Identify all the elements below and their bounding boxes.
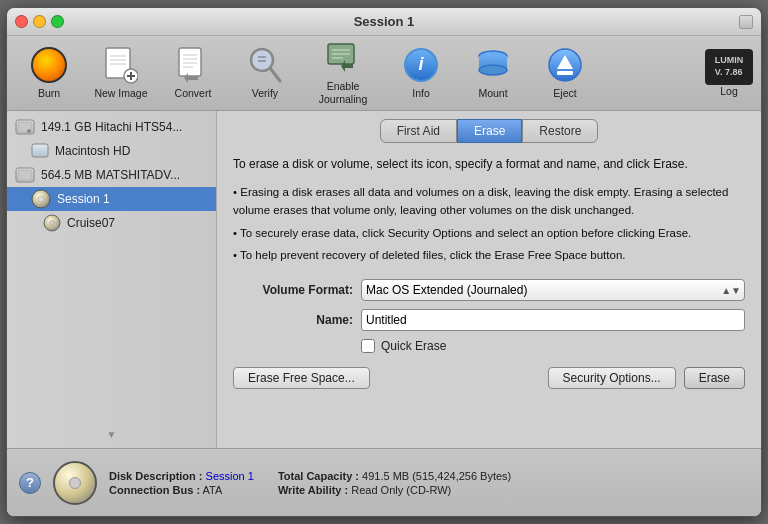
right-panel: First Aid Erase Restore To erase a disk … — [217, 111, 761, 448]
hard-disk-icon — [15, 119, 35, 135]
enable-journaling-label: Enable Journaling — [303, 80, 383, 105]
sidebar-item-session1[interactable]: Session 1 — [7, 187, 216, 211]
svg-point-23 — [479, 65, 507, 75]
disk-description-row: Disk Description : Session 1 — [109, 470, 254, 482]
eject-toolbar-item[interactable]: Eject — [531, 41, 599, 105]
erase-button-row: Erase Free Space... Security Options... … — [233, 367, 745, 389]
maximize-button[interactable] — [51, 15, 64, 28]
svg-point-34 — [38, 196, 44, 202]
security-options-button[interactable]: Security Options... — [548, 367, 676, 389]
info-icon: i — [403, 47, 439, 83]
close-button[interactable] — [15, 15, 28, 28]
sidebar-disk2-label: 564.5 MB MATSHITADV... — [41, 168, 180, 182]
svg-rect-26 — [557, 71, 573, 75]
enable-journaling-icon — [325, 40, 361, 76]
quick-erase-checkbox[interactable] — [361, 339, 375, 353]
erase-form: Volume Format: Mac OS Extended (Journale… — [233, 279, 745, 353]
name-label: Name: — [233, 313, 353, 327]
bottom-bar: ? Disk Description : Session 1 Connectio… — [7, 448, 761, 516]
resize-button[interactable] — [739, 15, 753, 29]
volume-format-wrapper: Mac OS Extended (Journaled) Mac OS Exten… — [361, 279, 745, 301]
volume-icon — [31, 143, 49, 159]
tab-first-aid[interactable]: First Aid — [380, 119, 457, 143]
minimize-button[interactable] — [33, 15, 46, 28]
title-bar: Session 1 — [7, 8, 761, 36]
toolbar: Burn New Image — [7, 36, 761, 111]
name-input[interactable] — [361, 309, 745, 331]
tab-bar: First Aid Erase Restore — [217, 111, 761, 143]
bottom-info: Disk Description : Session 1 Connection … — [109, 470, 749, 496]
new-image-toolbar-item[interactable]: New Image — [87, 41, 155, 105]
svg-point-29 — [27, 129, 31, 133]
svg-point-36 — [50, 221, 55, 226]
disk-description-value: Session 1 — [206, 470, 254, 482]
burn-toolbar-item[interactable]: Burn — [15, 41, 83, 105]
convert-toolbar-item[interactable]: Convert — [159, 41, 227, 105]
total-capacity-label: Total Capacity : — [278, 470, 359, 482]
info-toolbar-item[interactable]: i Info — [387, 41, 455, 105]
cd-session1-icon — [31, 189, 51, 209]
volume-format-row: Volume Format: Mac OS Extended (Journale… — [233, 279, 745, 301]
log-badge-box: LUMINV. 7.86 — [705, 49, 753, 85]
volume-format-label: Volume Format: — [233, 283, 353, 297]
sidebar-macintosh-hd-label: Macintosh HD — [55, 144, 130, 158]
convert-icon — [175, 47, 211, 83]
name-row: Name: — [233, 309, 745, 331]
new-image-label: New Image — [94, 87, 147, 100]
info-label: Info — [412, 87, 430, 100]
sidebar-cruise07-label: Cruise07 — [67, 216, 115, 230]
mount-toolbar-item[interactable]: Mount — [459, 41, 527, 105]
sidebar-item-macintosh-hd[interactable]: Macintosh HD — [7, 139, 216, 163]
hard-disk2-icon — [15, 167, 35, 183]
write-ability-row: Write Ability : Read Only (CD-RW) — [278, 484, 511, 496]
disk-description-label: Disk Description : — [109, 470, 203, 482]
sidebar-item-disk1[interactable]: 149.1 GB Hitachi HTS54... — [7, 115, 216, 139]
sidebar: 149.1 GB Hitachi HTS54... Macintosh HD — [7, 111, 217, 448]
svg-line-13 — [270, 68, 280, 81]
sidebar-disk1-label: 149.1 GB Hitachi HTS54... — [41, 120, 182, 134]
connection-bus-label: Connection Bus : — [109, 484, 200, 496]
total-capacity-row: Total Capacity : 491.5 MB (515,424,256 B… — [278, 470, 511, 482]
bottom-col-left: Disk Description : Session 1 Connection … — [109, 470, 254, 496]
quick-erase-row: Quick Erase — [361, 339, 745, 353]
log-label: Log — [720, 85, 738, 98]
volume-format-select[interactable]: Mac OS Extended (Journaled) Mac OS Exten… — [361, 279, 745, 301]
eject-label: Eject — [553, 87, 576, 100]
svg-rect-30 — [32, 144, 48, 157]
main-content: 149.1 GB Hitachi HTS54... Macintosh HD — [7, 111, 761, 448]
write-ability-value: Read Only (CD-RW) — [351, 484, 451, 496]
log-area[interactable]: LUMINV. 7.86 Log — [705, 49, 753, 98]
erase-intro-text: To erase a disk or volume, select its ic… — [233, 155, 745, 173]
verify-icon — [247, 47, 283, 83]
enable-journaling-toolbar-item[interactable]: Enable Journaling — [303, 41, 383, 105]
sidebar-item-cruise07[interactable]: Cruise07 — [7, 211, 216, 235]
verify-label: Verify — [252, 87, 278, 100]
log-time: LUMINV. 7.86 — [715, 55, 744, 78]
erase-bullet-3: • To help prevent recovery of deleted fi… — [233, 246, 745, 264]
tab-erase[interactable]: Erase — [457, 119, 522, 143]
tab-restore[interactable]: Restore — [522, 119, 598, 143]
total-capacity-value: 491.5 MB (515,424,256 Bytes) — [362, 470, 511, 482]
svg-rect-7 — [179, 48, 201, 76]
traffic-lights — [15, 15, 64, 28]
main-window: Session 1 Burn New Image — [6, 7, 762, 517]
quick-erase-label: Quick Erase — [381, 339, 446, 353]
scroll-down-area: ▼ — [7, 425, 216, 444]
bottom-col-right: Total Capacity : 491.5 MB (515,424,256 B… — [278, 470, 511, 496]
connection-bus-value: ATA — [203, 484, 223, 496]
erase-content: To erase a disk or volume, select its ic… — [217, 143, 761, 448]
sidebar-session1-label: Session 1 — [57, 192, 110, 206]
erase-button[interactable]: Erase — [684, 367, 745, 389]
new-image-icon — [103, 47, 139, 83]
eject-icon — [547, 47, 583, 83]
sidebar-item-disk2[interactable]: 564.5 MB MATSHITADV... — [7, 163, 216, 187]
write-ability-label: Write Ability : — [278, 484, 348, 496]
bottom-cd-icon — [53, 461, 97, 505]
mount-icon — [475, 47, 511, 83]
help-button[interactable]: ? — [19, 472, 41, 494]
burn-icon — [31, 47, 67, 83]
mount-label: Mount — [478, 87, 507, 100]
verify-toolbar-item[interactable]: Verify — [231, 41, 299, 105]
erase-free-space-button[interactable]: Erase Free Space... — [233, 367, 370, 389]
window-title: Session 1 — [354, 14, 415, 29]
